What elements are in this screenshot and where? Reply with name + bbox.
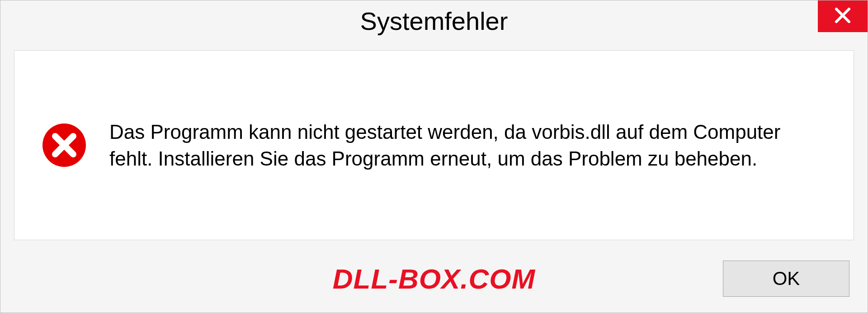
error-dialog: Systemfehler Das Programm kann nicht ges… — [0, 0, 868, 313]
dialog-title: Systemfehler — [360, 6, 508, 36]
close-icon — [834, 6, 852, 26]
content-area: Das Programm kann nicht gestartet werden… — [14, 50, 854, 240]
error-message: Das Programm kann nicht gestartet werden… — [109, 119, 826, 172]
close-button[interactable] — [818, 0, 868, 32]
error-icon — [42, 123, 87, 168]
watermark-text: DLL-BOX.COM — [333, 263, 535, 295]
titlebar: Systemfehler — [0, 0, 868, 41]
ok-button[interactable]: OK — [723, 261, 849, 297]
dialog-footer: DLL-BOX.COM OK — [0, 254, 868, 313]
